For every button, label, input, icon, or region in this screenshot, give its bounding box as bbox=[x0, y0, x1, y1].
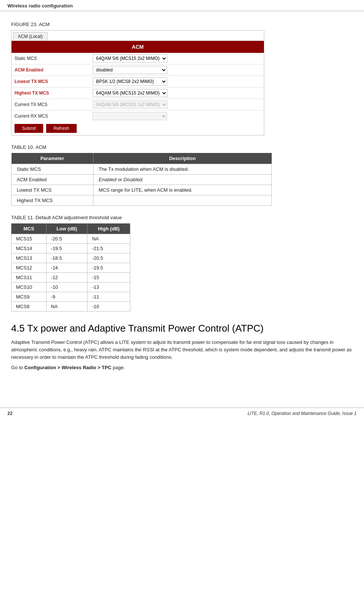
acm-buttons: Submit Refresh bbox=[12, 122, 264, 135]
table10-header-desc: Description bbox=[93, 153, 272, 164]
acm-row-label-3: Highest TX MCS bbox=[12, 87, 90, 99]
table11-row-low-3: -14 bbox=[46, 263, 87, 273]
figure-number: FIGURE 23. bbox=[11, 22, 38, 27]
table11-name: Default ACM adjustment threshold value bbox=[36, 215, 122, 220]
table10-row-desc-2: MCS range for LITE, when ACM is enabled. bbox=[93, 185, 272, 195]
section45-nav-suffix: page. bbox=[113, 365, 125, 370]
table11-row-mcs-5: MCS10 bbox=[12, 282, 47, 292]
table10: Parameter Description Static MCSThe Tx m… bbox=[11, 153, 272, 206]
table11-row-high-2: -20.5 bbox=[87, 253, 130, 263]
acm-row-value-3[interactable]: 64QAM 5/6 (MCS15 2x2 MIMO) bbox=[90, 87, 264, 99]
footer-doc-title: LITE, R1.0, Operation and Maintenance Gu… bbox=[248, 411, 357, 416]
table10-row-param-1: ACM Enabled bbox=[12, 175, 93, 185]
section45-body: Adaptive Transmit Power Control (ATPC) a… bbox=[11, 339, 353, 361]
table10-row-param-2: Lowest TX MCS bbox=[12, 185, 93, 195]
section45-nav-link: Configuration > Wireless Radio > TPC bbox=[24, 365, 111, 370]
table11-row-high-0: NA bbox=[87, 234, 130, 244]
section45-title: Tx power and Adaptive Transmit Power Con… bbox=[27, 323, 264, 334]
acm-row-label-4: Current TX MCS bbox=[12, 99, 90, 111]
table11-row-high-7: -10 bbox=[87, 302, 130, 312]
acm-tab-local[interactable]: ACM (Local) bbox=[13, 32, 48, 41]
section45-nav-prefix: Go to bbox=[11, 365, 23, 370]
acm-row-value-4[interactable]: 64QAM 5/6 (MCS15 2x2 MIMO) bbox=[90, 99, 264, 111]
acm-form: Static MCS64QAM 5/6 (MCS15 2x2 MIMO)ACM … bbox=[12, 53, 264, 122]
page-header: Wireless radio configuration bbox=[0, 0, 364, 11]
page-content: FIGURE 23. ACM ACM (Local) ACM Static MC… bbox=[0, 11, 364, 393]
acm-row-label-2: Lowest TX MCS bbox=[12, 76, 90, 87]
table11-row-mcs-6: MCS9 bbox=[12, 292, 47, 302]
submit-button[interactable]: Submit bbox=[15, 124, 43, 133]
header-title: Wireless radio configuration bbox=[7, 3, 73, 9]
table11-row-mcs-4: MCS11 bbox=[12, 273, 47, 282]
table10-row-param-0: Static MCS bbox=[12, 164, 93, 175]
acm-row-value-0[interactable]: 64QAM 5/6 (MCS15 2x2 MIMO) bbox=[90, 53, 264, 64]
table11: MCS Low (dB) High (dB) MCS15-20.5NAMCS14… bbox=[11, 223, 130, 312]
acm-select-1[interactable]: disabled bbox=[93, 66, 167, 74]
acm-row-label-5: Current RX MCS bbox=[12, 111, 90, 122]
table11-row-mcs-3: MCS12 bbox=[12, 263, 47, 273]
table11-row-high-6: -11 bbox=[87, 292, 130, 302]
table11-row-high-3: -19.5 bbox=[87, 263, 130, 273]
acm-row-value-1[interactable]: disabled bbox=[90, 64, 264, 76]
table11-label: TABLE 11. Default ACM adjustment thresho… bbox=[11, 215, 353, 220]
footer-page-number: 22 bbox=[7, 411, 12, 416]
table11-row-high-4: -15 bbox=[87, 273, 130, 282]
acm-select-5[interactable] bbox=[93, 112, 167, 120]
table11-row-mcs-7: MCS8 bbox=[12, 302, 47, 312]
acm-header-row: ACM bbox=[12, 41, 264, 53]
table11-row-low-0: -20.5 bbox=[46, 234, 87, 244]
table11-row-low-7: NA bbox=[46, 302, 87, 312]
acm-select-2[interactable]: BPSK 1/2 (MCS8 2x2 MIMO) bbox=[93, 77, 167, 86]
table10-header-param: Parameter bbox=[12, 153, 93, 164]
acm-select-3[interactable]: 64QAM 5/6 (MCS15 2x2 MIMO) bbox=[93, 89, 167, 97]
acm-row-value-5[interactable] bbox=[90, 111, 264, 122]
table11-header-mcs: MCS bbox=[12, 224, 47, 234]
figure-label: FIGURE 23. ACM bbox=[11, 22, 353, 27]
section45-heading: 4.5 Tx power and Adaptive Transmit Power… bbox=[11, 323, 353, 334]
table10-name: ACM bbox=[36, 144, 47, 150]
table10-label: TABLE 10. ACM bbox=[11, 144, 353, 150]
acm-panel-title: ACM bbox=[132, 44, 144, 50]
acm-row-label-1: ACM Enabled bbox=[12, 64, 90, 76]
table11-row-low-5: -10 bbox=[46, 282, 87, 292]
section45-nav: Go to Configuration > Wireless Radio > T… bbox=[11, 365, 353, 370]
acm-panel: ACM (Local) ACM Static MCS64QAM 5/6 (MCS… bbox=[11, 30, 264, 135]
table11-header-low: Low (dB) bbox=[46, 224, 87, 234]
table11-number: TABLE 11. bbox=[11, 215, 34, 220]
acm-tab-bar: ACM (Local) bbox=[12, 31, 264, 41]
acm-select-0[interactable]: 64QAM 5/6 (MCS15 2x2 MIMO) bbox=[93, 54, 167, 63]
refresh-button[interactable]: Refresh bbox=[46, 124, 77, 133]
table11-row-mcs-0: MCS15 bbox=[12, 234, 47, 244]
table11-row-low-6: -9 bbox=[46, 292, 87, 302]
table11-row-mcs-1: MCS14 bbox=[12, 244, 47, 253]
table11-row-low-2: -18.5 bbox=[46, 253, 87, 263]
table11-row-low-1: -19.5 bbox=[46, 244, 87, 253]
acm-row-label-0: Static MCS bbox=[12, 53, 90, 64]
page-footer: 22 LITE, R1.0, Operation and Maintenance… bbox=[0, 408, 364, 419]
acm-select-4[interactable]: 64QAM 5/6 (MCS15 2x2 MIMO) bbox=[93, 100, 167, 109]
table11-row-mcs-2: MCS13 bbox=[12, 253, 47, 263]
table10-row-desc-1: Enabled or Disabled. bbox=[93, 175, 272, 185]
table10-number: TABLE 10. bbox=[11, 144, 34, 150]
table10-row-param-3: Highest TX MCS bbox=[12, 195, 93, 206]
table11-row-high-1: -21.5 bbox=[87, 244, 130, 253]
table11-row-high-5: -13 bbox=[87, 282, 130, 292]
figure-name: ACM bbox=[39, 22, 50, 27]
table10-row-desc-0: The Tx modulation when ACM is disabled. bbox=[93, 164, 272, 175]
table11-row-low-4: -12 bbox=[46, 273, 87, 282]
table11-header-high: High (dB) bbox=[87, 224, 130, 234]
acm-row-value-2[interactable]: BPSK 1/2 (MCS8 2x2 MIMO) bbox=[90, 76, 264, 87]
section45-number: 4.5 bbox=[11, 323, 25, 334]
table10-row-desc-3 bbox=[93, 195, 272, 206]
